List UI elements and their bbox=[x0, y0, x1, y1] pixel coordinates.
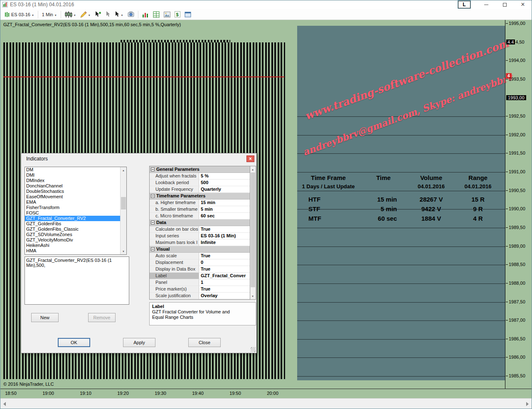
interval-selector[interactable]: 1 Min bbox=[40, 11, 59, 18]
selected-indicator-text[interactable]: GZT_Fractal_Converter_RV2(ES 03-16 (1 Mi… bbox=[25, 256, 129, 305]
category-row[interactable]: Data bbox=[150, 219, 250, 226]
list-item[interactable]: FisherTransform bbox=[25, 205, 120, 210]
property-grid[interactable]: General Parameters Adjust when fractals5… bbox=[149, 166, 250, 300]
collapse-icon[interactable] bbox=[151, 194, 155, 198]
property-value[interactable]: GZT_Fractal_Conver bbox=[199, 273, 250, 279]
panel-button[interactable] bbox=[183, 11, 193, 18]
list-item[interactable]: DMIndex bbox=[25, 178, 120, 183]
property-value[interactable]: 500 bbox=[199, 180, 250, 186]
list-item-selected[interactable]: GZT_Fractal_Converter_RV2 bbox=[25, 216, 120, 221]
add-object-button[interactable] bbox=[93, 10, 103, 19]
property-row[interactable]: c. Micro timeframe60 sec bbox=[150, 213, 250, 219]
property-row[interactable]: Input seriesES 03-16 (1 Min) bbox=[150, 233, 250, 239]
property-value[interactable]: Overlay bbox=[199, 293, 250, 299]
ok-button[interactable]: OK bbox=[58, 338, 90, 347]
property-value[interactable]: True bbox=[199, 226, 250, 233]
new-button[interactable]: New bbox=[31, 313, 59, 322]
indicator-list[interactable]: DM DMI DMIndex DonchianChannel DoubleSto… bbox=[25, 167, 127, 255]
list-scrollbar[interactable] bbox=[120, 167, 126, 254]
property-value[interactable]: 1 bbox=[199, 279, 250, 286]
property-row[interactable]: Calculate on bar closTrue bbox=[150, 226, 250, 233]
horizontal-scrollbar[interactable] bbox=[0, 398, 532, 409]
remove-button[interactable]: Remove bbox=[88, 313, 116, 322]
property-row[interactable]: Lookback period500 bbox=[150, 180, 250, 186]
property-value[interactable]: Infinite bbox=[199, 239, 250, 246]
list-item[interactable]: DonchianChannel bbox=[25, 183, 120, 189]
pointer-icon bbox=[106, 11, 111, 17]
category-row[interactable]: Timeframe Parameters bbox=[150, 193, 250, 200]
list-item[interactable]: EMA bbox=[25, 200, 120, 205]
collapse-icon[interactable] bbox=[151, 221, 155, 224]
property-row[interactable]: Displacement0 bbox=[150, 259, 250, 266]
property-row[interactable]: Update FrequencyQuarterly bbox=[150, 186, 250, 193]
dialog-titlebar[interactable]: Indicators bbox=[21, 153, 256, 164]
property-value[interactable]: True bbox=[199, 266, 250, 273]
property-row[interactable]: Price marker(s)True bbox=[150, 286, 250, 293]
price-label: 1992,50 bbox=[509, 113, 525, 118]
price-axis[interactable]: 1995,00 4.4 4,50 1994,00 4 1993,50 1993,… bbox=[505, 20, 532, 389]
property-value[interactable]: ES 03-16 (1 Min) bbox=[199, 233, 250, 239]
property-value[interactable]: 5 % bbox=[199, 173, 250, 180]
close-dialog-button[interactable]: Close bbox=[188, 338, 221, 347]
property-row[interactable]: Scale justificationOverlay bbox=[150, 293, 250, 299]
scroll-down-icon[interactable] bbox=[250, 293, 255, 299]
resize-grip[interactable] bbox=[251, 347, 256, 352]
drawing-tools-button[interactable] bbox=[79, 10, 92, 19]
cursor-mode-button[interactable] bbox=[113, 10, 125, 18]
account-button[interactable]: $ bbox=[173, 10, 182, 18]
property-row[interactable]: Panel1 bbox=[150, 279, 250, 286]
list-item[interactable]: DoubleStochastics bbox=[25, 189, 120, 194]
close-button[interactable] bbox=[514, 0, 532, 9]
scroll-thumb[interactable] bbox=[251, 172, 255, 287]
list-item[interactable]: GZT_VelocityMomoDiv bbox=[25, 237, 120, 243]
instrument-selector[interactable]: ES 03-16 bbox=[2, 10, 36, 19]
property-row[interactable]: b. Smaller timeframe5 min bbox=[150, 206, 250, 213]
property-value[interactable]: 60 sec bbox=[199, 213, 250, 219]
list-item[interactable]: EaseOfMovement bbox=[25, 194, 120, 200]
list-item[interactable]: GZT_SDVolumeZones bbox=[25, 232, 120, 237]
list-item[interactable]: HMA bbox=[25, 248, 120, 254]
property-row[interactable]: LabelGZT_Fractal_Conver bbox=[150, 273, 250, 279]
collapse-icon[interactable] bbox=[151, 168, 155, 171]
link-button[interactable]: L bbox=[458, 1, 470, 8]
select-object-button[interactable] bbox=[104, 10, 112, 18]
property-value[interactable]: Quarterly bbox=[199, 186, 250, 193]
apply-button[interactable]: Apply bbox=[123, 338, 155, 347]
property-row[interactable]: Maximum bars look lInfinite bbox=[150, 239, 250, 246]
property-value[interactable]: 15 min bbox=[199, 200, 250, 206]
property-row[interactable]: Display in Data BoxTrue bbox=[150, 266, 250, 273]
sub-volume-date: 04.01.2016 bbox=[407, 183, 455, 190]
list-item[interactable]: GZT_GoldenFibs_Classic bbox=[25, 227, 120, 232]
property-value[interactable]: 5 min bbox=[199, 206, 250, 213]
list-item[interactable]: FOSC bbox=[25, 210, 120, 216]
list-item[interactable]: DM bbox=[25, 167, 120, 172]
category-row[interactable]: Visual bbox=[150, 246, 250, 253]
list-item[interactable]: HeikenAshi bbox=[25, 243, 120, 248]
property-value[interactable]: True bbox=[199, 286, 250, 293]
property-row[interactable]: a. Higher timeframe15 min bbox=[150, 200, 250, 206]
scroll-down-icon[interactable] bbox=[121, 248, 126, 254]
minimize-button[interactable] bbox=[477, 0, 495, 9]
list-item[interactable]: GZT_GoldenFibs bbox=[25, 221, 120, 227]
scroll-thumb[interactable] bbox=[121, 197, 126, 209]
property-grid-scrollbar[interactable] bbox=[250, 166, 256, 300]
market-analyzer-button[interactable] bbox=[140, 10, 150, 19]
pointer-add-icon bbox=[95, 11, 101, 18]
chart-style-button[interactable] bbox=[63, 10, 78, 19]
image-button[interactable] bbox=[162, 11, 172, 18]
property-row[interactable]: Adjust when fractals5 % bbox=[150, 173, 250, 180]
scroll-left-icon[interactable] bbox=[3, 402, 6, 406]
collapse-icon[interactable] bbox=[151, 247, 155, 251]
snapshot-button[interactable] bbox=[126, 10, 136, 18]
property-value[interactable]: True bbox=[199, 253, 250, 259]
scroll-up-icon[interactable] bbox=[121, 167, 126, 173]
list-item[interactable]: DMI bbox=[25, 172, 120, 178]
category-row[interactable]: General Parameters bbox=[150, 166, 250, 173]
grid-button[interactable] bbox=[151, 10, 161, 19]
property-value[interactable]: 0 bbox=[199, 259, 250, 266]
scroll-right-icon[interactable] bbox=[526, 402, 529, 406]
scroll-up-icon[interactable] bbox=[250, 166, 255, 172]
dialog-close-button[interactable] bbox=[246, 155, 254, 162]
property-row[interactable]: Auto scaleTrue bbox=[150, 253, 250, 259]
maximize-button[interactable] bbox=[495, 0, 514, 9]
